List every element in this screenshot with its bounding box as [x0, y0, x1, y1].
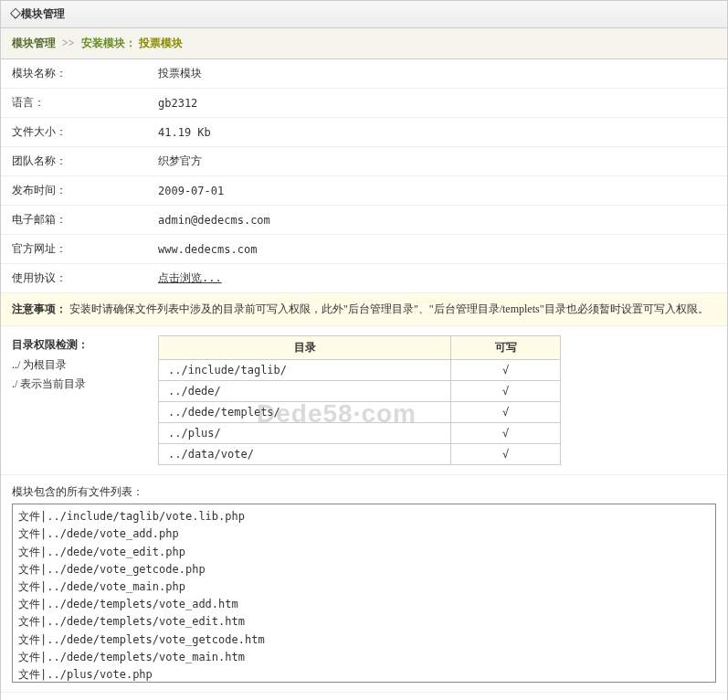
dir-writable: √	[451, 360, 561, 381]
info-value: www.dedecms.com	[147, 235, 727, 264]
info-value[interactable]: 点击浏览...	[147, 264, 727, 293]
info-label: 团队名称：	[1, 147, 147, 176]
dir-check-table: 目录 可写 ../include/taglib/√../dede/√../ded…	[158, 335, 561, 465]
info-row: 使用协议：点击浏览...	[1, 264, 727, 293]
dir-path: ../data/vote/	[159, 444, 451, 465]
file-line: 文件|../dede/templets/vote_add.htm	[18, 596, 710, 613]
dir-path: ../dede/	[159, 381, 451, 402]
info-row: 发布时间：2009-07-01	[1, 176, 727, 206]
info-value: 2009-07-01	[147, 176, 727, 206]
info-label: 官方网址：	[1, 235, 147, 264]
dir-header-dir: 目录	[159, 336, 451, 360]
info-label: 模块名称：	[1, 59, 147, 89]
info-row: 文件大小：41.19 Kb	[1, 118, 727, 147]
info-value: 41.19 Kb	[147, 118, 727, 147]
dir-path: ../include/taglib/	[159, 360, 451, 381]
file-line: 文件|../include/taglib/vote.lib.php	[18, 508, 710, 525]
files-listbox[interactable]: 文件|../include/taglib/vote.lib.php文件|../d…	[12, 504, 716, 683]
breadcrumb: 模块管理 >> 安装模块： 投票模块	[0, 28, 728, 59]
breadcrumb-module: 投票模块	[139, 37, 183, 49]
dir-path: ../dede/templets/	[159, 402, 451, 423]
info-row: 电子邮箱：admin@dedecms.com	[1, 206, 727, 235]
file-line: 文件|../dede/vote_add.php	[18, 525, 710, 543]
breadcrumb-sep: >>	[62, 37, 75, 49]
dir-check-title: 目录权限检测：	[12, 335, 140, 355]
page-header: ◇模块管理	[0, 0, 728, 28]
file-line: 文件|../dede/vote_getcode.php	[18, 561, 710, 578]
breadcrumb-install: 安装模块：	[81, 37, 136, 49]
notice-row: 注意事项： 安装时请确保文件列表中涉及的目录前可写入权限，此外"后台管理目录"、…	[1, 293, 727, 326]
page-title: ◇模块管理	[10, 7, 65, 20]
info-value: gb2312	[147, 89, 727, 118]
dir-row: ../dede/templets/√	[159, 402, 561, 423]
info-label: 文件大小：	[1, 118, 147, 147]
dir-path: ../plus/	[159, 423, 451, 444]
file-line: 文件|../dede/templets/vote_getcode.htm	[18, 631, 710, 649]
info-label: 电子邮箱：	[1, 206, 147, 235]
info-row: 模块名称：投票模块	[1, 59, 727, 89]
info-label: 语言：	[1, 89, 147, 118]
dir-check-legend: 目录权限检测： ../ 为根目录 ./ 表示当前目录	[12, 335, 140, 465]
dir-writable: √	[451, 444, 561, 465]
dir-check-section: 目录权限检测： ../ 为根目录 ./ 表示当前目录 目录 可写 ../incl…	[1, 326, 727, 475]
info-value: admin@dedecms.com	[147, 206, 727, 235]
notice-label: 注意事项：	[12, 302, 67, 315]
info-row: 官方网址：www.dedecms.com	[1, 235, 727, 264]
notice-text: 安装时请确保文件列表中涉及的目录前可写入权限，此外"后台管理目录"、"后台管理目…	[69, 302, 709, 315]
handle-row: 对于已存在文件处理方法： 覆盖覆盖，保留副本保留旧文件	[1, 692, 727, 700]
dir-writable: √	[451, 402, 561, 423]
dir-row: ../include/taglib/√	[159, 360, 561, 381]
dir-check-note1: ../ 为根目录	[12, 355, 140, 376]
info-table: 模块名称：投票模块语言：gb2312文件大小：41.19 Kb团队名称：织梦官方…	[1, 59, 727, 293]
dir-row: ../plus/√	[159, 423, 561, 444]
info-label: 使用协议：	[1, 264, 147, 293]
files-label: 模块包含的所有文件列表：	[1, 475, 727, 504]
info-value: 投票模块	[147, 59, 727, 89]
file-line: 文件|../dede/templets/vote_main.htm	[18, 649, 710, 666]
file-line: 文件|../dede/templets/vote_edit.htm	[18, 613, 710, 631]
dir-writable: √	[451, 423, 561, 444]
info-row: 语言：gb2312	[1, 89, 727, 118]
dir-header-write: 可写	[451, 336, 561, 360]
breadcrumb-link[interactable]: 模块管理	[12, 37, 56, 49]
dir-row: ../dede/√	[159, 381, 561, 402]
file-line: 文件|../plus/vote.php	[18, 666, 710, 683]
file-line: 文件|../dede/vote_main.php	[18, 578, 710, 596]
file-line: 文件|../dede/vote_edit.php	[18, 544, 710, 561]
info-value: 织梦官方	[147, 147, 727, 176]
info-row: 团队名称：织梦官方	[1, 147, 727, 176]
dir-row: ../data/vote/√	[159, 444, 561, 465]
dir-writable: √	[451, 381, 561, 402]
dir-check-note2: ./ 表示当前目录	[12, 375, 140, 395]
info-label: 发布时间：	[1, 176, 147, 206]
